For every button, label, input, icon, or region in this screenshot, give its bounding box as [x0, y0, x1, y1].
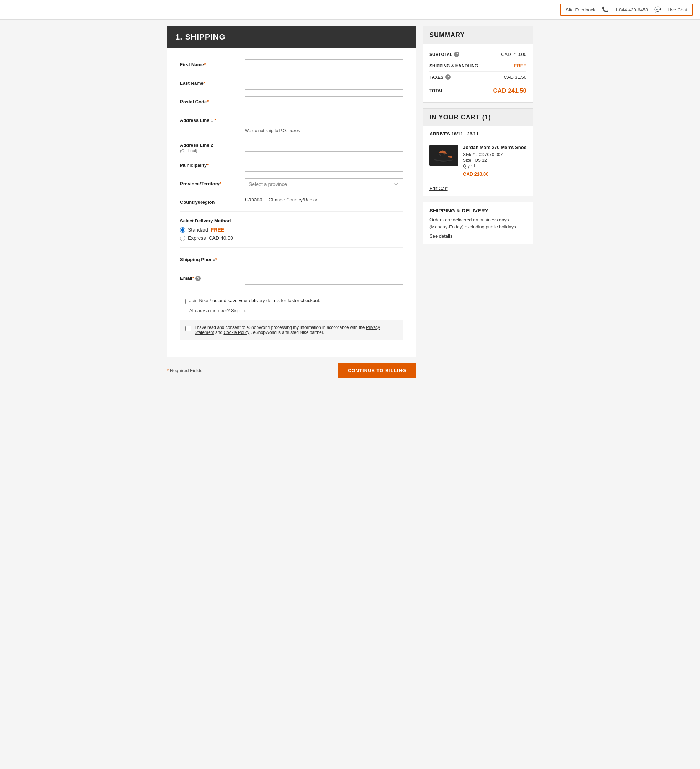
total-row: TOTAL CAD 241.50	[430, 83, 526, 97]
taxes-help-icon[interactable]: ?	[445, 74, 451, 80]
required-star: *	[204, 62, 206, 68]
express-radio[interactable]	[180, 236, 185, 241]
address2-row: Address Line 2 (Optional)	[180, 140, 403, 153]
shipping-info-panel: SHIPPING & DELIVERY Orders are delivered…	[423, 202, 533, 244]
express-label[interactable]: Express CAD 40.00	[188, 235, 233, 241]
right-column: SUMMARY SUBTOTAL ? CAD 210.00 SHIPPING &…	[423, 26, 533, 378]
form-divider-2	[180, 247, 403, 248]
cart-item-price: CAD 210.00	[463, 171, 526, 177]
continue-to-billing-button[interactable]: CONTINUE TO BILLING	[338, 363, 416, 378]
left-column: 1. SHIPPING First Name* Last Name*	[167, 26, 416, 378]
cookie-policy-link[interactable]: Cookie Policy	[224, 330, 249, 335]
shipping-info-body: SHIPPING & DELIVERY Orders are delivered…	[423, 203, 533, 244]
address2-label: Address Line 2 (Optional)	[180, 140, 241, 153]
postal-code-label: Postal Code*	[180, 96, 241, 105]
see-details-link[interactable]: See details	[430, 233, 452, 239]
last-name-row: Last Name*	[180, 78, 403, 90]
email-input[interactable]	[245, 273, 403, 285]
province-row: Province/Territory* Select a province Al…	[180, 178, 403, 190]
address1-input[interactable]	[245, 115, 403, 127]
cart-panel: IN YOUR CART (1) ARRIVES 18/11 - 26/11	[423, 108, 533, 196]
summary-body: SUBTOTAL ? CAD 210.00 SHIPPING & HANDLIN…	[423, 44, 533, 102]
shipping-phone-row: Shipping Phone*	[180, 254, 403, 266]
address1-label: Address Line 1 *	[180, 115, 241, 123]
standard-delivery-row: Standard FREE	[180, 227, 403, 233]
municipality-input[interactable]	[245, 160, 403, 172]
municipality-field-wrap	[245, 160, 403, 172]
address2-field-wrap	[245, 140, 403, 152]
required-star: *	[207, 99, 209, 105]
shipping-row: SHIPPING & HANDLING FREE	[430, 60, 526, 72]
cart-item-style: Style# : CD7070-007	[463, 152, 526, 157]
live-chat-link[interactable]: Live Chat	[668, 7, 687, 13]
arrives-text: ARRIVES 18/11 - 26/11	[430, 131, 526, 140]
shipping-phone-field-wrap	[245, 254, 403, 266]
form-divider-1	[180, 211, 403, 212]
standard-radio[interactable]	[180, 227, 185, 233]
email-row: Email* ?	[180, 273, 403, 285]
country-value: Canada	[245, 197, 262, 203]
section-title: 1. SHIPPING	[167, 26, 416, 48]
cart-title: IN YOUR CART (1)	[423, 109, 533, 126]
province-select[interactable]: Select a province Alberta British Columb…	[245, 178, 403, 190]
edit-cart-link[interactable]: Edit Cart	[430, 186, 448, 191]
postal-code-input[interactable]	[245, 96, 403, 108]
address1-hint: We do not ship to P.O. boxes	[245, 128, 403, 133]
shoe-svg	[431, 146, 457, 164]
last-name-field-wrap	[245, 78, 403, 90]
province-label: Province/Territory*	[180, 178, 241, 187]
first-name-input[interactable]	[245, 59, 403, 71]
last-name-label: Last Name*	[180, 78, 241, 86]
country-field-wrap: Canada Change Country/Region	[245, 197, 403, 203]
shipping-phone-label: Shipping Phone*	[180, 254, 241, 262]
delivery-method-label: Select Delivery Method	[180, 218, 403, 224]
municipality-label: Municipality*	[180, 160, 241, 168]
country-value-row: Canada Change Country/Region	[245, 197, 403, 203]
change-country-link[interactable]: Change Country/Region	[269, 197, 318, 203]
shipping-phone-input[interactable]	[245, 254, 403, 266]
consent-checkbox-row: I have read and consent to eShopWorld pr…	[185, 325, 398, 335]
shipping-value: FREE	[514, 63, 526, 68]
total-label: TOTAL	[430, 88, 443, 93]
required-star: *	[203, 80, 205, 86]
summary-panel: SUMMARY SUBTOTAL ? CAD 210.00 SHIPPING &…	[423, 26, 533, 103]
required-star: *	[220, 181, 221, 187]
header-contact: Site Feedback 📞 1-844-430-6453 💬 Live Ch…	[560, 3, 693, 16]
nikeplus-label[interactable]: Join NikePlus and save your delivery det…	[189, 298, 320, 303]
consent-label[interactable]: I have read and consent to eShopWorld pr…	[195, 325, 398, 335]
email-label: Email* ?	[180, 273, 241, 281]
taxes-row: TAXES ? CAD 31.50	[430, 72, 526, 83]
address2-input[interactable]	[245, 140, 403, 152]
cart-item-name: Jordan Mars 270 Men's Shoe	[463, 145, 526, 150]
consent-checkbox[interactable]	[185, 326, 191, 331]
already-member-text: Already a member? Sign in.	[189, 308, 403, 313]
subtotal-label: SUBTOTAL ?	[430, 51, 459, 57]
header-bar: Site Feedback 📞 1-844-430-6453 💬 Live Ch…	[0, 0, 700, 19]
cart-item-size: Size : US 12	[463, 158, 526, 163]
site-feedback-link[interactable]: Site Feedback	[566, 7, 595, 13]
edit-cart-row: Edit Cart	[430, 182, 526, 191]
nikeplus-checkbox[interactable]	[180, 299, 186, 304]
required-star: *	[215, 257, 217, 262]
standard-label[interactable]: Standard FREE	[188, 227, 224, 233]
shipping-label: SHIPPING & HANDLING	[430, 63, 478, 68]
subtotal-value: CAD 210.00	[501, 51, 526, 57]
cart-item-image	[430, 145, 458, 166]
sign-in-link[interactable]: Sign in.	[231, 308, 246, 313]
cart-item-qty: Qty : 1	[463, 164, 526, 169]
cart-item-details: Jordan Mars 270 Men's Shoe Style# : CD70…	[463, 145, 526, 177]
first-name-row: First Name*	[180, 59, 403, 71]
email-help-icon[interactable]: ?	[195, 276, 201, 281]
shipping-form: First Name* Last Name* Postal Code*	[167, 48, 416, 357]
last-name-input[interactable]	[245, 78, 403, 90]
postal-code-row: Postal Code*	[180, 96, 403, 108]
chat-icon: 💬	[654, 6, 661, 13]
email-field-wrap	[245, 273, 403, 285]
form-footer: * Required Fields CONTINUE TO BILLING	[167, 357, 416, 378]
subtotal-help-icon[interactable]: ?	[454, 51, 459, 57]
cart-item: Jordan Mars 270 Men's Shoe Style# : CD70…	[430, 145, 526, 182]
cart-body: ARRIVES 18/11 - 26/11	[423, 126, 533, 196]
taxes-label: TAXES ?	[430, 74, 451, 80]
express-delivery-row: Express CAD 40.00	[180, 235, 403, 241]
required-star: *	[207, 162, 209, 168]
